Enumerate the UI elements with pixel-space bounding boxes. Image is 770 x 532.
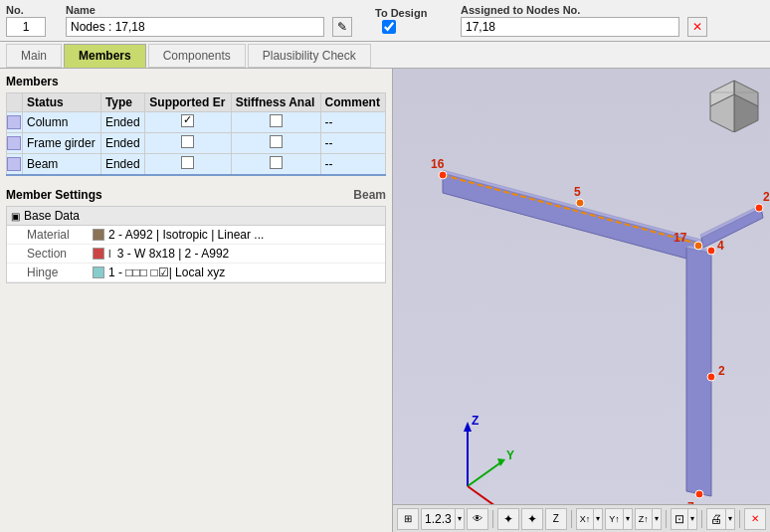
print-label: 🖨 xyxy=(707,512,725,526)
scene-wrapper: 16 5 22 17 4 2 7 Z xyxy=(393,69,770,504)
sep-4 xyxy=(701,510,702,528)
assigned-input[interactable] xyxy=(461,17,679,37)
toolbar-close-btn[interactable]: ✕ xyxy=(744,508,766,530)
svg-rect-0 xyxy=(393,69,770,504)
section-item: Section I 3 - W 8x18 | 2 - A992 xyxy=(7,245,385,264)
col-comment: Comment xyxy=(320,93,385,112)
toolbar-iso-btn[interactable]: ✦ xyxy=(497,508,519,530)
assigned-field: Assigned to Nodes No. ✕ xyxy=(461,4,764,37)
hinge-value: 1 - □□□ □☑| Local xyz xyxy=(93,266,225,279)
to-design-checkbox-wrap xyxy=(375,20,403,34)
delete-button[interactable]: ✕ xyxy=(687,17,707,37)
print-arrow: ▾ xyxy=(725,509,734,529)
material-color xyxy=(93,229,104,241)
toolbar-grid-btn[interactable]: ⊞ xyxy=(397,508,419,530)
stiffness-checkbox[interactable] xyxy=(270,135,283,148)
toolbar-numbering-dropdown[interactable]: 1.2.3 ▾ xyxy=(421,508,465,530)
assigned-label: Assigned to Nodes No. xyxy=(461,4,764,16)
name-label: Name xyxy=(66,4,369,16)
cube-navigator[interactable] xyxy=(706,77,762,132)
col-selector xyxy=(7,93,23,112)
sep-3 xyxy=(666,510,667,528)
toolbar-view-btn[interactable]: 👁 xyxy=(467,508,488,530)
content-area: Members Status Type Supported Er Stiffne… xyxy=(0,69,770,532)
supported-checkbox[interactable] xyxy=(181,135,194,148)
toolbar-axis-z-dropdown[interactable]: Z↑ ▾ xyxy=(635,508,662,530)
table-row[interactable]: Column Ended -- xyxy=(7,112,386,133)
table-row[interactable]: Beam Ended -- xyxy=(7,154,386,176)
col-stiffness: Stiffness Anal xyxy=(231,93,320,112)
axis-x-arrow: ▾ xyxy=(593,509,602,529)
z-label: Z xyxy=(472,414,479,428)
status-cell: Column xyxy=(23,112,101,133)
supported-checkbox[interactable] xyxy=(181,114,194,127)
view2-arrow: ▾ xyxy=(687,509,696,529)
stiffness-checkbox[interactable] xyxy=(270,114,283,127)
comment-cell: -- xyxy=(320,133,385,154)
no-label: No. xyxy=(6,4,60,16)
supported-checkbox[interactable] xyxy=(181,156,194,169)
axis-y-arrow: ▾ xyxy=(623,509,632,529)
settings-header: Member Settings Beam xyxy=(6,188,386,202)
to-design-checkbox[interactable] xyxy=(382,20,396,34)
sep-2 xyxy=(571,510,572,528)
label-4: 4 xyxy=(717,239,724,253)
toolbar-axis-y-dropdown[interactable]: Y↑ ▾ xyxy=(605,508,633,530)
stiffness-checkbox[interactable] xyxy=(270,156,283,169)
col-supported: Supported Er xyxy=(145,93,231,112)
toolbar-axis-x-dropdown[interactable]: X↑ ▾ xyxy=(576,508,604,530)
node-2-dot xyxy=(707,373,715,381)
settings-title: Member Settings xyxy=(6,188,102,202)
node-17-dot xyxy=(694,242,702,250)
toolbar-z-btn[interactable]: Z xyxy=(545,508,567,530)
hinge-label: Hinge xyxy=(27,266,87,279)
label-17: 17 xyxy=(674,231,687,245)
node-5-dot xyxy=(576,199,584,207)
label-22: 22 xyxy=(763,190,770,204)
section-color xyxy=(93,248,104,260)
material-item: Material 2 - A992 | Isotropic | Linear .… xyxy=(7,226,385,245)
toolbar-view2-dropdown[interactable]: ⊡ ▾ xyxy=(671,508,697,530)
row-selector xyxy=(7,157,21,171)
tab-components[interactable]: Components xyxy=(148,44,246,68)
name-field: Name ✎ xyxy=(66,4,369,37)
toolbar-print-dropdown[interactable]: 🖨 ▾ xyxy=(706,508,735,530)
tree-section: ▣ Base Data Material 2 - A992 | Isotropi… xyxy=(6,206,386,283)
tab-members[interactable]: Members xyxy=(64,44,146,68)
assigned-row: ✕ xyxy=(461,17,764,37)
edit-button[interactable]: ✎ xyxy=(332,17,352,37)
tabs-bar: Main Members Components Plausibility Che… xyxy=(0,42,770,69)
tab-main[interactable]: Main xyxy=(6,44,62,68)
hinge-text: 1 - □□□ □☑| Local xyz xyxy=(108,266,225,279)
section-text: 3 - W 8x18 | 2 - A992 xyxy=(117,247,230,261)
settings-current: Beam xyxy=(353,188,386,202)
status-cell: Beam xyxy=(23,154,101,176)
toolbar-iso2-btn[interactable]: ✦ xyxy=(521,508,543,530)
table-row[interactable]: Frame girder Ended -- xyxy=(7,133,386,154)
stiffness-cell xyxy=(231,112,320,133)
axis-x-label: X↑ xyxy=(577,514,594,524)
label-5: 5 xyxy=(574,185,581,199)
node-7-dot xyxy=(695,490,703,498)
status-cell: Frame girder xyxy=(23,133,101,154)
tree-expand-icon[interactable]: ▣ xyxy=(11,211,20,222)
label-7: 7 xyxy=(687,500,694,504)
row-selector xyxy=(7,115,21,129)
view2-label: ⊡ xyxy=(672,512,687,526)
tab-plausibility[interactable]: Plausibility Check xyxy=(248,44,371,68)
supported-cell xyxy=(145,154,231,176)
cube-svg xyxy=(706,77,762,132)
sep-5 xyxy=(739,510,740,528)
name-input[interactable] xyxy=(66,17,324,37)
base-data-label: Base Data xyxy=(24,209,80,223)
node-22-dot xyxy=(755,204,763,212)
left-panel: Members Status Type Supported Er Stiffne… xyxy=(0,69,393,532)
axis-z-arrow: ▾ xyxy=(652,509,661,529)
no-input[interactable] xyxy=(6,17,46,37)
type-cell: Ended xyxy=(100,112,144,133)
sep-1 xyxy=(492,510,493,528)
no-field: No. xyxy=(6,4,60,37)
section-value: I 3 - W 8x18 | 2 - A992 xyxy=(93,247,229,261)
viewport[interactable]: 16 5 22 17 4 2 7 Z xyxy=(393,69,770,504)
comment-cell: -- xyxy=(320,112,385,133)
